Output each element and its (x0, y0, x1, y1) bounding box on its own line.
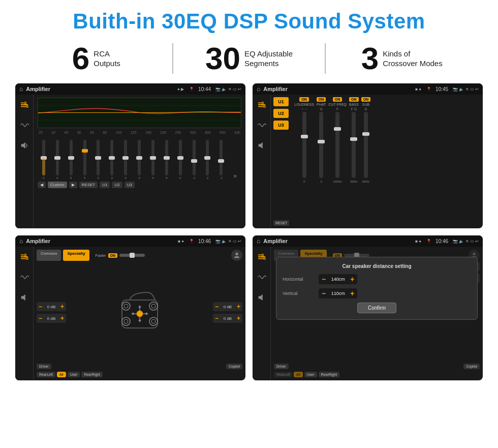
fader-speaker-icon[interactable] (18, 291, 30, 304)
distance-location: 📍 (426, 239, 431, 244)
distance-speaker-icon[interactable] (256, 291, 268, 304)
eq-screen: ⌂ Amplifier ● ▶ 📍 10:44 📷 🔈 ✕ ▭ ↩ (15, 83, 245, 228)
eq-u3-btn[interactable]: U3 (124, 182, 135, 188)
preset-u2[interactable]: U2 (273, 109, 289, 118)
svg-marker-5 (21, 142, 25, 149)
svg-point-26 (151, 304, 155, 308)
distance-btn-rearleft[interactable]: RearLeft (274, 372, 292, 377)
ch-slider-cutfreq[interactable] (335, 112, 339, 178)
stat-crossover-label: Kinds of Crossover Modes (383, 49, 443, 69)
screens-grid: ⌂ Amplifier ● ▶ 📍 10:44 📷 🔈 ✕ ▭ ↩ (15, 83, 483, 380)
fader-home-icon[interactable]: ⌂ (19, 237, 23, 245)
fader-tab-common[interactable]: Common (37, 250, 61, 261)
distance-tune-icon[interactable] (256, 251, 268, 263)
fader-db-plus-0[interactable]: + (60, 303, 64, 310)
dialog-horizontal-control: − 140cm + (319, 274, 357, 284)
fader-btn-user[interactable]: User (68, 372, 80, 377)
crossover-home-icon[interactable]: ⌂ (257, 85, 260, 93)
fader-db-plus-3[interactable]: + (237, 315, 240, 322)
ch-slider-phat[interactable] (319, 112, 323, 178)
eq-tune-icon[interactable] (18, 99, 30, 111)
ch-slider-sub[interactable] (364, 112, 368, 178)
fader-db-plus-1[interactable]: + (60, 315, 64, 322)
fader-db-minus-0[interactable]: − (39, 303, 42, 310)
distance-btn-driver[interactable]: Driver (274, 364, 289, 369)
preset-u1[interactable]: U1 (273, 97, 289, 106)
eq-slider-7: 0 (138, 140, 141, 180)
fader-screen: ⌂ Amplifier ■ ● 📍 10:46 📷 🔈 ✕ ▭ ↩ (15, 235, 245, 380)
crossover-reset-btn[interactable]: RESET (273, 220, 289, 226)
fader-tab-specialty[interactable]: Specialty (63, 250, 89, 261)
fader-tune-icon[interactable] (18, 251, 30, 263)
confirm-button[interactable]: Confirm (357, 303, 396, 313)
fader-wave-icon[interactable] (18, 271, 30, 283)
fader-db-plus-2[interactable]: + (237, 303, 240, 310)
expand-icon[interactable]: » (233, 172, 237, 180)
fader-slider-horiz[interactable] (119, 254, 145, 257)
svg-point-12 (262, 102, 264, 104)
preset-u3[interactable]: U3 (273, 121, 289, 130)
channel-bass: ON BASS F G 90Hz (349, 97, 359, 226)
eq-wave-icon[interactable] (18, 119, 30, 131)
eq-slider-11: -1 (193, 140, 196, 180)
stats-row: 6 RCA Outputs 30 EQ Adjustable Segments … (15, 43, 483, 74)
eq-speaker-icon[interactable] (18, 139, 30, 152)
distance-btn-copilot[interactable]: Copilot (463, 364, 480, 369)
eq-play-btn[interactable]: ▶ (69, 182, 77, 188)
fader-db-minus-1[interactable]: − (39, 315, 42, 322)
fader-btn-driver[interactable]: Driver (37, 364, 51, 369)
distance-content: Common Specialty ON Car speaker distance… (253, 247, 483, 380)
dialog-horizontal-plus[interactable]: + (350, 275, 354, 283)
svg-point-18 (24, 254, 26, 256)
distance-wave-icon[interactable] (256, 271, 268, 283)
fader-person-icon[interactable] (231, 250, 242, 261)
ch-label-loudness: LOUDNESS (294, 103, 314, 106)
fader-btn-rearright[interactable]: RearRight (81, 372, 103, 377)
dialog-vertical-plus[interactable]: + (350, 289, 354, 297)
crossover-sidebar (253, 95, 271, 228)
fader-btn-copilot[interactable]: Copilot (226, 364, 242, 369)
eq-u1-btn[interactable]: U1 (100, 182, 110, 188)
crossover-rec-icons: ■ ● (415, 87, 421, 92)
ch-on-cutfreq[interactable]: ON (333, 97, 343, 102)
distance-sidebar (253, 247, 271, 380)
distance-btn-rearright[interactable]: RearRight (319, 372, 340, 377)
dialog-horizontal-minus[interactable]: − (322, 275, 326, 283)
fader-db-minus-2[interactable]: − (215, 303, 219, 310)
crossover-main: U1 U2 U3 RESET ON LOUDNESS ~~ (271, 95, 483, 228)
eq-reset-btn[interactable]: RESET (79, 182, 98, 188)
ch-on-loudness[interactable]: ON (299, 97, 309, 102)
distance-home-icon[interactable]: ⌂ (257, 237, 260, 245)
crossover-status-icons: 📷 🔈 ✕ ▭ ↩ (453, 87, 479, 92)
crossover-speaker-icon[interactable] (256, 139, 268, 152)
dialog-vertical-minus[interactable]: − (322, 289, 326, 297)
ch-on-bass[interactable]: ON (349, 97, 359, 102)
ch-on-sub[interactable]: ON (361, 97, 371, 102)
fader-btn-rearleft[interactable]: RearLeft (37, 372, 55, 377)
ch-on-phat[interactable]: ON (317, 97, 326, 102)
crossover-wave-icon[interactable] (256, 119, 268, 131)
fader-right-db: − 0 dB + − 0 dB + (213, 264, 242, 361)
fader-db-minus-3[interactable]: − (215, 315, 219, 322)
stat-divider-1 (172, 43, 173, 74)
fader-on-badge[interactable]: ON (108, 253, 118, 258)
dialog-vertical-control: − 110cm + (319, 288, 357, 298)
svg-point-21 (235, 253, 238, 255)
eq-prev-btn[interactable]: ◀ (38, 182, 46, 188)
channel-cutfreq: ON CUT FREQ F 100Hz (328, 97, 347, 226)
eq-custom-btn[interactable]: Custom (48, 182, 67, 188)
eq-home-icon[interactable]: ⌂ (19, 85, 23, 93)
ch-slider-loudness[interactable] (302, 112, 306, 178)
crossover-time: 10:45 (435, 86, 448, 92)
eq-content: 253240506380100125160200250320400500630 … (15, 95, 245, 228)
crossover-location: 📍 (426, 87, 431, 92)
eq-slider-10: 0 (179, 140, 182, 180)
ch-slider-bass[interactable] (352, 112, 356, 178)
svg-rect-15 (20, 256, 27, 257)
distance-btn-user[interactable]: User (304, 372, 317, 377)
svg-rect-41 (258, 255, 261, 256)
distance-btn-all[interactable]: All (294, 372, 303, 377)
fader-btn-all[interactable]: All (57, 372, 66, 377)
eq-u2-btn[interactable]: U2 (112, 182, 122, 188)
crossover-tune-icon[interactable] (256, 99, 268, 111)
